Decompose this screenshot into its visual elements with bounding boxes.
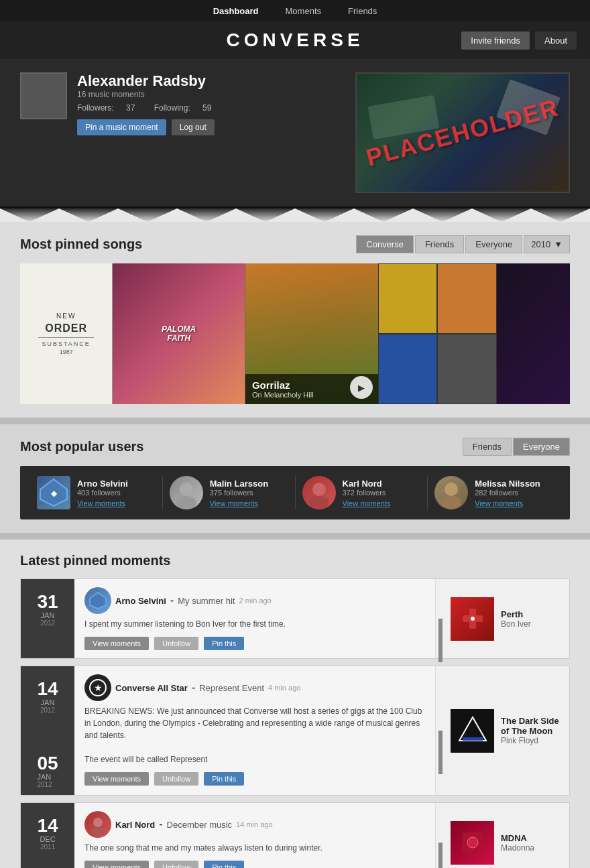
album-info-karl: MDNA Madonna	[501, 833, 534, 853]
moment-dash-converse: -	[192, 682, 195, 694]
followers-label: Followers:	[77, 103, 114, 113]
moment-day-karl: 14	[37, 816, 58, 835]
album-cover-arno	[451, 597, 494, 641]
svg-point-3	[176, 496, 196, 509]
nav-friends[interactable]: Friends	[341, 3, 384, 19]
filter-tab-converse[interactable]: Converse	[356, 235, 414, 253]
moment-month-karl: DEC	[40, 835, 55, 843]
moment-year-arno: 2012	[40, 619, 55, 627]
year-filter-dropdown[interactable]: 2010 ▼	[524, 235, 570, 253]
view-moments-button-karl[interactable]: View moments	[84, 861, 149, 868]
user-avatar-malin	[170, 476, 203, 509]
user-card-karl: Karl Nord 372 followers View moments	[296, 476, 428, 509]
song-card-new-order[interactable]: NEW ORDER SUBSTANCE 1987	[20, 263, 113, 404]
moment-month2-converse: JAN	[37, 773, 58, 781]
section-separator-2	[0, 533, 590, 540]
svg-point-5	[309, 496, 329, 509]
top-navigation: Dashboard Moments Friends	[0, 0, 590, 21]
svg-text:★: ★	[94, 682, 103, 693]
moment-album-arno: Perth Bon Iver	[435, 579, 569, 658]
invite-friends-button[interactable]: Invite friends	[461, 32, 530, 50]
moment-year-converse: 2012	[40, 706, 55, 714]
moment-content-arno: Arno Selvini - My summer hit 2 min ago I…	[74, 579, 435, 658]
profile-buttons: Pin a music moment Log out	[77, 119, 221, 135]
unfollow-button-karl[interactable]: Unfollow	[154, 861, 198, 868]
user-card-malin: Malin Larsson 375 followers View moments	[163, 476, 296, 509]
song-card-paloma-faith[interactable]: PALOMAFAITH	[113, 263, 245, 404]
moment-avatar-arno	[84, 587, 111, 614]
pin-button-converse[interactable]: Pin this	[204, 772, 244, 786]
moment-time-karl: 14 min ago	[236, 820, 272, 828]
header-logo-center: CONVERSE	[226, 29, 363, 51]
view-moments-malin[interactable]: View moments	[210, 499, 268, 507]
moment-month-converse: JAN	[41, 698, 55, 706]
most-pinned-songs-section: Most pinned songs Converse Friends Every…	[0, 222, 590, 418]
section-separator-1	[0, 418, 590, 424]
moment-action-karl: December music	[167, 820, 233, 830]
filter-tab-friends[interactable]: Friends	[415, 235, 464, 253]
users-filter-tabs: Friends Everyone	[463, 438, 570, 456]
nav-dashboard[interactable]: Dashboard	[206, 3, 266, 19]
followers-count: 37	[126, 103, 135, 113]
svg-marker-8	[90, 593, 106, 609]
svg-point-4	[312, 483, 326, 496]
profile-section: Alexander Radsby 16 music moments Follow…	[0, 59, 590, 208]
most-popular-users-header: Most popular users Friends Everyone	[20, 438, 570, 456]
moment-meta-karl: Karl Nord - December music 14 min ago	[84, 811, 425, 838]
avatar	[20, 72, 67, 119]
logo-text: CONVERSE	[226, 29, 363, 50]
moment-username-converse: Converse All Star	[115, 683, 188, 693]
user-name-karl: Karl Nord	[343, 479, 391, 489]
user-followers-melissa: 282 followers	[475, 489, 540, 497]
song-filter-tabs: Converse Friends Everyone 2010 ▼	[356, 235, 570, 253]
user-followers-malin: 375 followers	[210, 489, 268, 497]
view-moments-button-converse[interactable]: View moments	[84, 772, 149, 786]
pin-music-moment-button[interactable]: Pin a music moment	[77, 119, 166, 135]
user-name-malin: Malin Larsson	[210, 479, 268, 489]
filter-tab-everyone[interactable]: Everyone	[465, 235, 522, 253]
users-filter-friends[interactable]: Friends	[463, 438, 512, 456]
song-card-dark[interactable]	[497, 263, 570, 404]
moment-date-arno: 31 JAN 2012	[21, 579, 74, 658]
moment-time-converse: 4 min ago	[268, 684, 300, 692]
latest-pinned-moments-section: Latest pinned moments 31 JAN 2012 Arno S…	[0, 540, 590, 868]
moment-buttons-karl: View moments Unfollow Pin this	[84, 861, 425, 868]
view-moments-melissa[interactable]: View moments	[475, 499, 540, 507]
album-title-converse: The Dark Side of The Moon	[501, 716, 561, 736]
song-card-blur[interactable]	[378, 263, 497, 404]
moment-day-arno: 31	[37, 593, 58, 611]
moment-meta-converse: ★ Converse All Star - Represent Event 4 …	[84, 674, 425, 701]
logout-button[interactable]: Log out	[172, 119, 215, 135]
moment-year2-converse: 2012	[37, 781, 58, 788]
svg-marker-14	[459, 717, 486, 741]
users-filter-everyone[interactable]: Everyone	[513, 438, 570, 456]
moment-day-converse: 14	[37, 680, 58, 698]
profile-name: Alexander Radsby	[77, 72, 221, 90]
svg-point-16	[93, 818, 103, 827]
play-button[interactable]: ▶	[350, 376, 373, 399]
profile-banner: PLACEHOLDER	[355, 72, 570, 193]
view-moments-karl[interactable]: View moments	[343, 499, 391, 507]
moment-text-arno: I spent my summer listening to Bon Iver …	[84, 618, 425, 630]
album-artist-arno: Bon Iver	[501, 619, 531, 629]
pin-button-karl[interactable]: Pin this	[204, 861, 244, 868]
chevron-down-icon: ▼	[554, 239, 563, 249]
svg-point-11	[471, 617, 475, 621]
moment-username-karl: Karl Nord	[115, 820, 155, 830]
nav-moments[interactable]: Moments	[279, 3, 328, 19]
moment-action-arno: My summer hit	[178, 596, 235, 606]
unfollow-button-converse[interactable]: Unfollow	[154, 772, 198, 786]
following-label: Following:	[154, 103, 190, 113]
user-info-karl: Karl Nord 372 followers View moments	[343, 479, 391, 507]
pin-button-arno[interactable]: Pin this	[204, 637, 244, 650]
about-button[interactable]: About	[535, 32, 577, 50]
unfollow-button-arno[interactable]: Unfollow	[154, 637, 198, 650]
svg-point-17	[91, 828, 105, 834]
album-info-converse: The Dark Side of The Moon Pink Floyd	[501, 716, 561, 745]
year-label: 2010	[531, 239, 550, 249]
view-moments-button-arno[interactable]: View moments	[84, 637, 149, 650]
view-moments-arno[interactable]: View moments	[77, 499, 128, 507]
svg-point-19	[467, 837, 478, 848]
song-card-gorrilaz[interactable]: Gorrilaz On Melancholy Hill ▶	[245, 263, 378, 404]
moment-avatar-converse: ★	[84, 674, 111, 701]
